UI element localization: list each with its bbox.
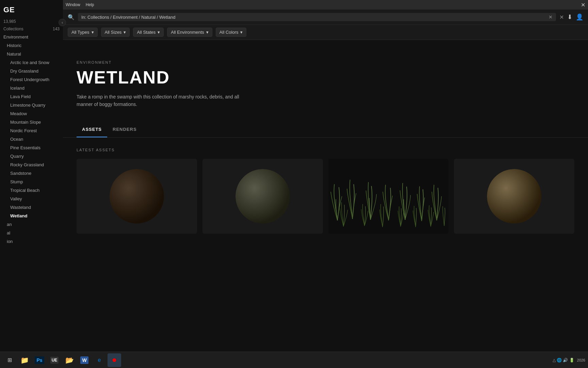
hero-section: ENVIRONMENT WETLAND Take a romp in the s… — [63, 40, 588, 122]
window-close-button[interactable]: ✕ — [581, 2, 585, 8]
filter-all-types[interactable]: All Types▾ — [68, 28, 98, 37]
filter-label-all-environments: All Environments — [171, 30, 204, 35]
filter-all-colors[interactable]: All Colors▾ — [216, 28, 247, 37]
search-icon: 🔍 — [68, 14, 75, 20]
taskbar-system-tray: △ 🌐 🔊 🔋 2026 — [553, 358, 586, 363]
sidebar-item-wasteland[interactable]: Wasteland — [0, 203, 63, 212]
sidebar-item-limestone-quarry[interactable]: Limestone Quarry — [0, 101, 63, 109]
taskbar-app-record[interactable]: ⏺ — [108, 353, 121, 367]
latest-assets-section: LATEST ASSETS — [63, 138, 588, 244]
sidebar-item-valley[interactable]: Valley — [0, 195, 63, 203]
total-count: 13,985 — [3, 19, 16, 24]
tab-renders[interactable]: RENDERS — [107, 122, 142, 137]
sidebar-item-rocky-grassland[interactable]: Rocky Grassland — [0, 160, 63, 169]
title-bar: Window Help ✕ — [63, 0, 588, 10]
files-icon: 📁 — [20, 356, 29, 364]
sidebar-collapse-button[interactable]: ‹ — [59, 19, 66, 26]
filter-all-sizes[interactable]: All Sizes▾ — [101, 28, 130, 37]
user-icon[interactable]: 👤 — [576, 13, 583, 21]
hero-title: WETLAND — [77, 67, 574, 88]
collections-count: 143 — [53, 27, 60, 31]
menu-window[interactable]: Window — [66, 2, 80, 7]
sidebar: GE 13,985 Collections 143 EnvironmentHis… — [0, 0, 63, 352]
ue-icon: UE — [50, 357, 59, 364]
asset-card-1[interactable] — [77, 159, 197, 234]
sidebar-item-jan[interactable]: an — [0, 220, 63, 229]
menu-bar: Window Help — [66, 2, 94, 7]
sidebar-item-pine-essentials[interactable]: Pine Essentials — [0, 143, 63, 152]
sidebar-item-dry-grassland[interactable]: Dry Grassland — [0, 67, 63, 75]
sidebar-item-forest-undergrowth[interactable]: Forest Undergrowth — [0, 75, 63, 84]
sidebar-item-environment[interactable]: Environment — [0, 33, 63, 41]
start-button[interactable]: ⊞ — [3, 353, 16, 367]
chevron-down-icon: ▾ — [240, 30, 243, 35]
grass-svg — [328, 162, 449, 230]
sidebar-item-ocean[interactable]: Ocean — [0, 135, 63, 143]
search-pill[interactable]: In: Collections / Environment / Natural … — [78, 13, 556, 21]
filter-all-environments[interactable]: All Environments▾ — [167, 28, 212, 37]
chevron-down-icon: ▾ — [124, 30, 126, 35]
search-pill-text: In: Collections / Environment / Natural … — [81, 15, 546, 20]
sidebar-item-lava-field[interactable]: Lava Field — [0, 92, 63, 101]
app-logo: GE — [0, 0, 63, 18]
assets-grid — [77, 159, 574, 234]
taskbar: ⊞ 📁 Ps UE 📂 W e ⏺ △ 🌐 🔊 🔋 2026 — [0, 352, 588, 368]
tray-icons: △ 🌐 🔊 🔋 — [553, 358, 574, 363]
taskbar-time: 2026 — [577, 358, 585, 362]
taskbar-app-edge[interactable]: e — [93, 353, 106, 367]
search-pill-close-icon[interactable]: ✕ — [549, 14, 553, 20]
photoshop-icon: Ps — [35, 356, 44, 364]
content-area: ENVIRONMENT WETLAND Take a romp in the s… — [63, 40, 588, 352]
menu-help[interactable]: Help — [86, 2, 94, 7]
hero-label: ENVIRONMENT — [77, 60, 574, 64]
sphere-rocky — [235, 169, 290, 224]
taskbar-app-photoshop[interactable]: Ps — [33, 353, 46, 367]
latest-assets-label: LATEST ASSETS — [77, 148, 574, 152]
asset-card-4[interactable] — [454, 159, 574, 234]
collections-label[interactable]: Collections — [3, 27, 23, 31]
filter-label-all-types: All Types — [71, 30, 89, 35]
tab-assets[interactable]: ASSETS — [77, 122, 107, 137]
explorer-icon: 📂 — [65, 356, 74, 364]
sidebar-item-iceland[interactable]: Iceland — [0, 84, 63, 92]
sidebar-item-ion[interactable]: ion — [0, 237, 63, 246]
sidebar-item-historic[interactable]: Historic — [0, 41, 63, 50]
sidebar-item-mountain-slope[interactable]: Mountain Slope — [0, 118, 63, 126]
taskbar-app-files[interactable]: 📁 — [18, 353, 31, 367]
sidebar-item-stump[interactable]: Stump — [0, 178, 63, 186]
taskbar-app-ue[interactable]: UE — [48, 353, 61, 367]
sidebar-item-wetland[interactable]: Wetland — [0, 212, 63, 220]
main-panel: Window Help ✕ 🔍 In: Collections / Enviro… — [63, 0, 588, 352]
sidebar-item-quarry[interactable]: Quarry — [0, 152, 63, 160]
taskbar-app-explorer[interactable]: 📂 — [63, 353, 76, 367]
chevron-down-icon: ▾ — [206, 30, 209, 35]
asset-card-2[interactable] — [202, 159, 323, 234]
sidebar-item-natural[interactable]: Natural — [0, 50, 63, 58]
record-icon: ⏺ — [112, 357, 117, 363]
search-bar: 🔍 In: Collections / Environment / Natura… — [63, 10, 588, 25]
sidebar-item-sandstone[interactable]: Sandstone — [0, 169, 63, 178]
chevron-down-icon: ▾ — [92, 30, 94, 35]
sidebar-item-arctic-ice-snow[interactable]: Arctic Ice and Snow — [0, 58, 63, 67]
sidebar-item-tropical-beach[interactable]: Tropical Beach — [0, 186, 63, 195]
sidebar-item-al[interactable]: al — [0, 229, 63, 237]
search-clear-button[interactable]: ✕ — [559, 14, 564, 20]
sidebar-item-meadow[interactable]: Meadow — [0, 109, 63, 118]
grass-plant-asset — [328, 159, 449, 234]
sphere-sand — [487, 169, 541, 224]
filter-label-all-colors: All Colors — [219, 30, 239, 35]
tabs-bar: ASSETS RENDERS — [63, 122, 588, 138]
filter-all-states[interactable]: All States▾ — [133, 28, 164, 37]
download-icon[interactable]: ⬇ — [567, 13, 572, 21]
asset-card-3[interactable] — [328, 159, 449, 234]
edge-icon: e — [98, 357, 101, 363]
filter-label-all-sizes: All Sizes — [105, 30, 122, 35]
filter-bar: All Types▾All Sizes▾All States▾All Envir… — [63, 25, 588, 40]
sidebar-item-nordic-forest[interactable]: Nordic Forest — [0, 126, 63, 135]
sphere-dark-mud — [110, 169, 164, 224]
chevron-down-icon: ▾ — [158, 30, 160, 35]
hero-description: Take a romp in the swamp with this colle… — [77, 93, 247, 108]
filter-label-all-states: All States — [137, 30, 156, 35]
word-icon: W — [80, 356, 88, 364]
taskbar-app-word[interactable]: W — [78, 353, 91, 367]
